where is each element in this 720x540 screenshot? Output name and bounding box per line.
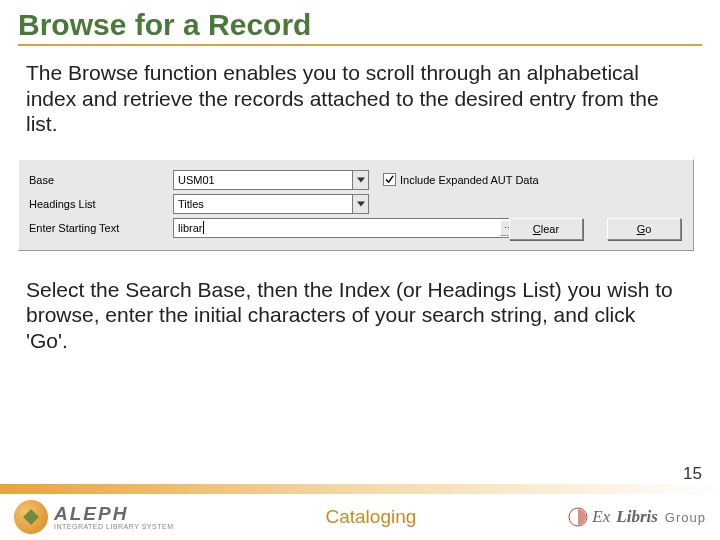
headings-dropdown[interactable]: Titles <box>173 194 369 214</box>
title-underline <box>18 44 702 46</box>
clear-button[interactable]: Clear <box>509 218 583 240</box>
headings-label: Headings List <box>29 198 173 210</box>
go-button[interactable]: Go <box>607 218 681 240</box>
headings-value: Titles <box>178 198 204 210</box>
dropdown-arrow-icon[interactable] <box>352 195 368 213</box>
starting-text-input[interactable]: librar ⋯ <box>173 218 521 238</box>
clear-button-label: Clear <box>533 223 559 235</box>
instruction-paragraph: Select the Search Base, then the Index (… <box>18 277 702 354</box>
dropdown-arrow-icon[interactable] <box>352 171 368 189</box>
starting-text-value: librar <box>178 222 202 234</box>
aleph-logo-subtitle: INTEGRATED LIBRARY SYSTEM <box>54 523 173 530</box>
checkbox-icon[interactable] <box>383 173 396 186</box>
exlibris-group: Group <box>665 510 706 525</box>
aleph-logo-text: ALEPH <box>54 504 173 523</box>
base-label: Base <box>29 174 173 186</box>
exlibris-ex: Ex <box>592 507 610 527</box>
include-aut-checkbox[interactable]: Include Expanded AUT Data <box>383 173 539 186</box>
starting-text-label: Enter Starting Text <box>29 222 173 234</box>
exlibris-logo: ExLibris Group <box>568 507 706 527</box>
intro-paragraph: The Browse function enables you to scrol… <box>18 60 702 137</box>
intro-text-a: The <box>26 61 68 84</box>
base-dropdown[interactable]: USM01 <box>173 170 369 190</box>
include-aut-label: Include Expanded AUT Data <box>400 174 539 186</box>
footer-gradient <box>0 484 720 494</box>
go-button-label: Go <box>637 223 652 235</box>
footer: ALEPH INTEGRATED LIBRARY SYSTEM Catalogi… <box>0 484 720 540</box>
exlibris-logo-icon <box>568 507 588 527</box>
aleph-logo-icon <box>14 500 48 534</box>
aleph-logo: ALEPH INTEGRATED LIBRARY SYSTEM <box>14 500 173 534</box>
footer-title: Cataloging <box>173 506 568 528</box>
exlibris-libris: Libris <box>616 507 658 527</box>
intro-text-b: Browse <box>68 61 138 84</box>
text-cursor <box>203 221 204 234</box>
page-title: Browse for a Record <box>18 8 702 44</box>
page-number: 15 <box>683 464 702 484</box>
base-value: USM01 <box>178 174 215 186</box>
browse-form-panel: Base USM01 Include Expanded AUT Data Hea… <box>18 159 694 251</box>
